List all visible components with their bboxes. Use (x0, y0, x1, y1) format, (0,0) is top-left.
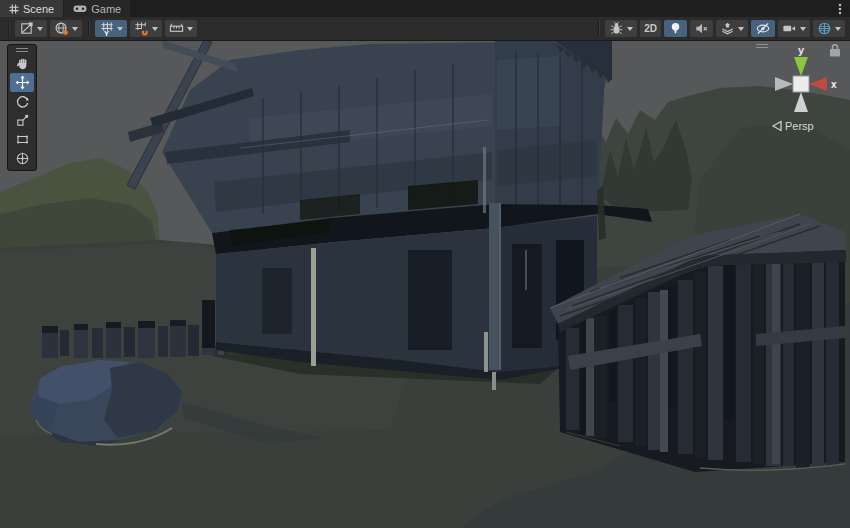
scale-tool-button[interactable] (10, 111, 34, 130)
tool-handle-rotation-button[interactable] (50, 20, 82, 37)
svg-text:Y: Y (104, 29, 109, 36)
effects-layers-icon (720, 21, 735, 36)
dropdown-caret (152, 27, 158, 31)
view-hand-tool-button[interactable] (10, 54, 34, 73)
rect-icon (15, 132, 30, 147)
dropdown-caret (738, 27, 744, 31)
audio-toggle-button[interactable] (690, 20, 713, 37)
transform-tool-button[interactable] (10, 149, 34, 168)
dropdown-caret (800, 27, 806, 31)
toolbar-separator (88, 21, 89, 36)
grid-y-icon: Y (99, 21, 114, 36)
kebab-icon (838, 3, 842, 15)
gizmos-button[interactable] (813, 20, 845, 37)
gizmo-center-cube[interactable] (793, 76, 809, 92)
speaker-muted-icon (694, 21, 709, 36)
dropdown-caret (117, 27, 123, 31)
scene-render (0, 41, 850, 528)
gizmo-y-axis-cone[interactable] (794, 57, 808, 76)
toolbar-separator (598, 21, 599, 36)
gizmo-x-axis-cone[interactable] (809, 77, 827, 91)
tab-scene-label: Scene (23, 3, 54, 15)
unity-scene-view-window: Scene Game (0, 0, 850, 528)
scene-visibility-button[interactable] (751, 20, 775, 37)
tab-game[interactable]: Game (64, 0, 130, 17)
lighting-toggle-button[interactable] (664, 20, 687, 37)
window-menu-button[interactable] (830, 0, 850, 17)
tools-overlay-handle[interactable] (8, 45, 36, 54)
gizmo-negy-axis-cone[interactable] (794, 92, 808, 112)
orientation-gizmo: y x Persp (754, 41, 850, 143)
scene-grid-icon (9, 4, 19, 14)
projection-arrow-icon (773, 122, 781, 131)
dropdown-caret (627, 27, 633, 31)
move-tool-button[interactable] (10, 73, 34, 92)
camera-icon (782, 21, 797, 36)
grid-snap-icon (134, 21, 149, 36)
pivot-icon (19, 21, 34, 36)
camera-settings-button[interactable] (778, 20, 810, 37)
dropdown-caret (72, 27, 78, 31)
scene-viewport[interactable]: y x Persp (0, 41, 850, 528)
tab-bar: Scene Game (0, 0, 850, 17)
move-icon (15, 75, 30, 90)
globe-icon (54, 21, 69, 36)
rotate-tool-button[interactable] (10, 92, 34, 111)
toolbar-separator (8, 21, 9, 36)
tab-scene[interactable]: Scene (0, 0, 63, 17)
2d-toggle-button[interactable]: 2D (640, 20, 661, 37)
debug-draw-mode-button[interactable] (605, 20, 637, 37)
transform-icon (15, 151, 30, 166)
grid-snapping-button[interactable] (130, 20, 162, 37)
2d-label: 2D (644, 24, 657, 34)
projection-toggle[interactable]: Persp (773, 120, 814, 132)
projection-label: Persp (785, 120, 814, 132)
bug-icon (609, 21, 624, 36)
snap-increment-button[interactable] (165, 20, 197, 37)
gizmo-negx-axis-cone[interactable] (775, 77, 793, 91)
rect-tool-button[interactable] (10, 130, 34, 149)
rotate-icon (15, 94, 30, 109)
snap-increment-icon (169, 21, 184, 36)
gizmo-x-label: x (831, 79, 837, 90)
hand-icon (15, 56, 30, 71)
overlay-handle[interactable] (756, 45, 768, 48)
dropdown-caret (37, 27, 43, 31)
gizmo-lock-icon[interactable] (830, 45, 840, 57)
gizmo-y-label: y (798, 44, 805, 56)
scene-toolbar: Y (0, 17, 850, 41)
tool-handle-position-button[interactable] (15, 20, 47, 37)
eye-slash-icon (755, 21, 771, 36)
dropdown-caret (835, 27, 841, 31)
scale-icon (15, 113, 30, 128)
tab-game-label: Game (91, 3, 121, 15)
bulb-icon (668, 21, 683, 36)
effects-toggle-button[interactable] (716, 20, 748, 37)
gizmo-sphere-icon (817, 21, 832, 36)
game-gamepad-icon (73, 4, 87, 13)
grid-visibility-button[interactable]: Y (95, 20, 127, 37)
dropdown-caret (187, 27, 193, 31)
tools-overlay (7, 44, 37, 171)
